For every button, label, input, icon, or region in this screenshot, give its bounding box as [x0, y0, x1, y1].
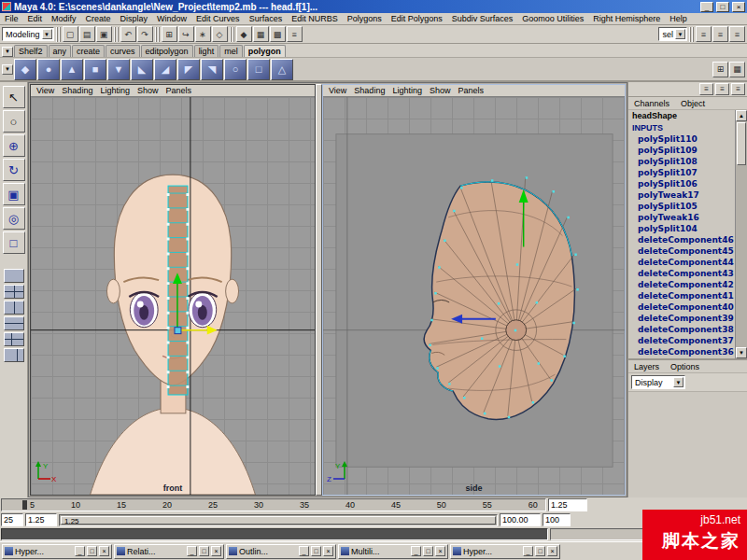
minimize-button[interactable]: _: [187, 546, 197, 556]
menubar-item[interactable]: Window: [152, 14, 191, 23]
snap-to-point-icon[interactable]: ∗: [195, 26, 211, 42]
toggle-panel-icon[interactable]: ▦: [729, 62, 745, 77]
shelf-button-4[interactable]: ■: [84, 59, 106, 80]
minimize-button[interactable]: _: [411, 546, 421, 556]
minimize-button[interactable]: _: [700, 2, 713, 12]
channel-mode-icon[interactable]: ≡: [731, 83, 745, 95]
channel-input-item[interactable]: polySplit110: [628, 133, 747, 145]
viewport-menu-item[interactable]: Lighting: [97, 86, 133, 95]
ipr-render-icon[interactable]: ▩: [270, 26, 286, 42]
lasso-tool-button[interactable]: ○: [3, 110, 25, 133]
minimized-window-button[interactable]: Multili... _ □ ×: [338, 544, 448, 559]
channel-speed-icon[interactable]: ≡: [715, 83, 729, 95]
select-tool-button[interactable]: ↖: [3, 86, 25, 108]
minimized-window-button[interactable]: Relati... _ □ ×: [114, 544, 224, 559]
playback-start-field[interactable]: [25, 513, 57, 526]
viewport-menu-item[interactable]: Lighting: [389, 86, 425, 95]
channel-input-item[interactable]: deleteComponent43: [628, 268, 747, 279]
move-tool-button[interactable]: ⊕: [3, 134, 25, 157]
viewport-menu-item[interactable]: Show: [427, 86, 454, 95]
undo-icon[interactable]: ↶: [120, 26, 136, 42]
shelf-button-2[interactable]: ●: [37, 59, 60, 80]
menubar-item[interactable]: Modify: [47, 14, 81, 23]
layer-display-selector[interactable]: Display ▼: [631, 375, 685, 389]
selection-mask-selector[interactable]: sel ▼: [658, 27, 687, 41]
viewport-menu-item[interactable]: Panels: [455, 86, 486, 95]
channel-input-item[interactable]: deleteComponent42: [628, 279, 747, 290]
last-tool-button[interactable]: □: [3, 231, 25, 254]
shelf-button-12[interactable]: △: [271, 59, 293, 80]
separator-grip[interactable]: [689, 27, 694, 42]
shelf-tab[interactable]: Shelf2: [14, 45, 48, 57]
menu-set-selector[interactable]: Modeling ▼: [2, 27, 54, 41]
range-slider-bar[interactable]: 1.25: [61, 516, 496, 525]
close-button[interactable]: ×: [435, 546, 445, 556]
shelf-tab[interactable]: light: [194, 45, 219, 57]
construction-history-icon[interactable]: ◆: [236, 26, 252, 42]
minimize-button[interactable]: _: [299, 546, 309, 556]
minimize-button[interactable]: _: [523, 546, 533, 556]
viewport-menu-item[interactable]: Shading: [59, 86, 95, 95]
channel-input-item[interactable]: polySplit106: [628, 178, 747, 189]
viewport-menu-item[interactable]: View: [34, 86, 57, 95]
channel-input-item[interactable]: deleteComponent40: [628, 301, 747, 313]
time-slider[interactable]: 51015202530354045505560: [1, 498, 546, 511]
channel-input-item[interactable]: polyTweak16: [628, 212, 747, 223]
restore-button[interactable]: □: [535, 546, 545, 556]
animation-end-field[interactable]: [543, 513, 571, 526]
menubar-item[interactable]: Help: [665, 14, 692, 23]
channel-input-item[interactable]: polyTweak17: [628, 189, 747, 201]
shelf-button-8[interactable]: ◤: [177, 59, 200, 80]
viewport-menu-item[interactable]: Show: [134, 86, 162, 95]
channel-input-item[interactable]: deleteComponent46: [628, 234, 747, 245]
layout-outliner-persp-button[interactable]: [4, 348, 24, 362]
open-scene-icon[interactable]: ▤: [79, 26, 95, 42]
layout-four-pane-button[interactable]: [4, 285, 24, 299]
snap-to-grid-icon[interactable]: ⊞: [162, 26, 177, 42]
menubar-item[interactable]: Right Hemisphere: [588, 14, 665, 23]
channel-input-item[interactable]: deleteComponent44: [628, 257, 747, 268]
show-tool-settings-icon[interactable]: ≡: [712, 26, 728, 42]
shelf-button-11[interactable]: □: [247, 59, 270, 80]
snap-to-curve-icon[interactable]: ↪: [178, 26, 194, 42]
separator-grip[interactable]: [230, 27, 234, 42]
shelf-tab[interactable]: editpolygon: [141, 45, 193, 57]
shelf-button-9[interactable]: ◥: [201, 59, 223, 80]
channel-input-item[interactable]: polySplit109: [628, 145, 747, 156]
channel-scrollbar[interactable]: ▲ ▼: [735, 110, 747, 358]
restore-button[interactable]: □: [423, 546, 433, 556]
close-button[interactable]: ×: [323, 546, 333, 556]
viewport-front-canvas[interactable]: Y X front: [31, 97, 315, 495]
viewport-menu-item[interactable]: View: [326, 86, 349, 95]
render-current-frame-icon[interactable]: ▦: [253, 26, 269, 42]
snap-to-plane-icon[interactable]: ◇: [212, 26, 228, 42]
channel-manipulator-icon[interactable]: ≡: [699, 83, 713, 95]
channel-input-item[interactable]: deleteComponent37: [628, 335, 747, 346]
viewport-menu-item[interactable]: Shading: [351, 86, 388, 95]
channel-input-item[interactable]: deleteComponent39: [628, 313, 747, 324]
shelf-button-3[interactable]: ▲: [61, 59, 83, 80]
show-manipulator-tool-button[interactable]: ◎: [3, 207, 25, 230]
viewport-menu-item[interactable]: Panels: [162, 86, 194, 95]
shelf-menu-icon[interactable]: ▼: [2, 47, 13, 57]
shelf-tab[interactable]: polygon: [244, 45, 286, 57]
scroll-down-icon[interactable]: ▼: [736, 347, 747, 358]
menubar-item[interactable]: Polygons: [343, 14, 387, 23]
channel-input-item[interactable]: polySplit105: [628, 201, 747, 212]
menubar-item[interactable]: Edit: [23, 14, 48, 23]
close-button[interactable]: ×: [99, 546, 109, 556]
close-button[interactable]: ×: [211, 546, 221, 556]
layout-two-pane-side-button[interactable]: [4, 301, 24, 315]
shelf-button-6[interactable]: ◣: [131, 59, 153, 80]
range-slider-track[interactable]: 1.25: [59, 514, 498, 526]
channel-node-name[interactable]: headShape: [628, 110, 747, 122]
menubar-item[interactable]: Goomoo Utilities: [517, 14, 588, 23]
scale-tool-button[interactable]: ▣: [3, 183, 25, 205]
layout-single-pane-button[interactable]: [4, 269, 24, 283]
menubar-item[interactable]: File: [0, 14, 23, 23]
shelf-tab[interactable]: create: [72, 45, 105, 57]
menubar-item[interactable]: Subdiv Surfaces: [447, 14, 518, 23]
channel-input-item[interactable]: polySplit108: [628, 156, 747, 167]
layers-menu-item[interactable]: Layers: [634, 362, 659, 371]
command-line-input[interactable]: [1, 528, 548, 540]
